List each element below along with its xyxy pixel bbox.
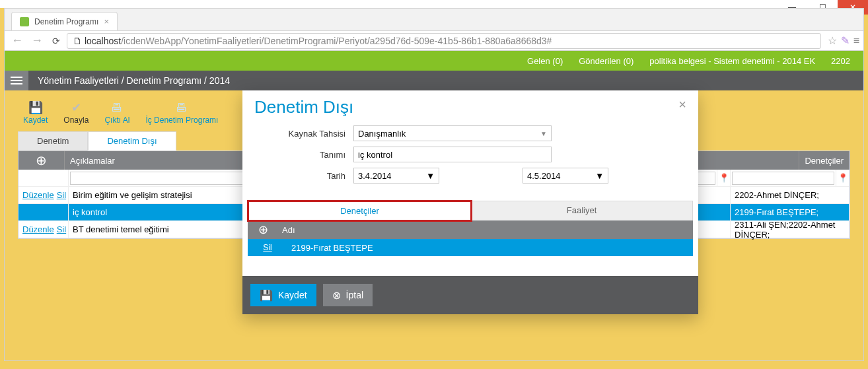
- cancel-icon: ⊗: [332, 289, 341, 302]
- page-content: Gelen (0) Gönderilen (0) politika belges…: [5, 51, 863, 360]
- row-denetciler: 2199-Fırat BEŞTEPE;: [731, 204, 850, 220]
- print-icon: 🖶: [174, 101, 190, 114]
- save-icon: 💾: [260, 289, 273, 302]
- modal-title: Denetim Dışı: [254, 97, 353, 117]
- nav-forward-icon[interactable]: →: [28, 34, 46, 48]
- modal-tab-denetciler[interactable]: Denetçiler: [247, 200, 472, 222]
- row-denetciler: 2202-Ahmet DİNÇER;: [731, 187, 850, 203]
- window-titlebar: — ☐ ✕: [0, 0, 868, 8]
- nav-back-icon[interactable]: ←: [9, 34, 26, 48]
- check-icon: ✔: [68, 101, 84, 114]
- tab-favicon: [20, 17, 29, 26]
- modal-grid-header: ⊕ Adı: [248, 220, 693, 239]
- browser-menu-icon[interactable]: ≡: [853, 35, 859, 47]
- grid-add-icon[interactable]: ⊕: [18, 151, 65, 170]
- chevron-down-icon: ▼: [426, 171, 435, 181]
- label-tanim: Tanımı: [254, 150, 353, 160]
- url-host: localhost: [85, 36, 121, 46]
- input-tanim[interactable]: [353, 147, 552, 162]
- modal-grid-col-name: Adı: [278, 225, 693, 235]
- modal-close-icon[interactable]: ×: [678, 97, 686, 112]
- chevron-down-icon: ▼: [595, 171, 604, 181]
- browser-toolbar: ← → ⟳ 🗋 localhost /icdenWebApp/YonetimFa…: [5, 31, 863, 51]
- print-icon: 🖶: [109, 101, 125, 114]
- browser-tab[interactable]: Denetim Programı ×: [11, 12, 118, 30]
- modal-denetim-disi: Denetim Dışı × Kaynak Tahsisi Danışmanlı…: [242, 90, 698, 314]
- filter-denetciler-input[interactable]: [732, 172, 834, 185]
- label-tarih: Tarih: [254, 171, 353, 181]
- url-path: /icdenWebApp/YonetimFaaliyetleri/Denetim…: [121, 36, 552, 46]
- modal-tab-faaliyet[interactable]: Faaliyet: [471, 201, 692, 220]
- nav-reload-icon[interactable]: ⟳: [48, 36, 64, 46]
- browser-window: Denetim Programı × ← → ⟳ 🗋 localhost /ic…: [4, 8, 864, 361]
- bookmark-star-icon[interactable]: ☆: [828, 34, 837, 47]
- chevron-down-icon: ▼: [540, 130, 547, 137]
- row-delete-link[interactable]: Sil: [57, 224, 66, 234]
- save-button[interactable]: 💾Kaydet: [23, 101, 48, 125]
- top-green-bar: Gelen (0) Gönderilen (0) politika belges…: [5, 51, 863, 71]
- modal-footer: 💾Kaydet ⊗İptal: [242, 276, 698, 314]
- menu-burger-icon[interactable]: [5, 71, 28, 90]
- address-bar[interactable]: 🗋 localhost /icdenWebApp/YonetimFaaliyet…: [67, 33, 821, 49]
- user-code: 2202: [831, 56, 850, 66]
- sent-link[interactable]: Gönderilen (0): [579, 56, 633, 66]
- date-start[interactable]: 3.4.2014▼: [353, 168, 439, 184]
- tab-denetim[interactable]: Denetim: [18, 131, 88, 151]
- tab-title: Denetim Programı: [34, 17, 98, 26]
- modal-row-delete-link[interactable]: Sil: [248, 243, 287, 252]
- tab-close-icon[interactable]: ×: [104, 17, 109, 26]
- modal-tabs: Denetçiler Faaliyet: [248, 201, 693, 220]
- grid-col-denetciler[interactable]: Denetçiler: [799, 151, 850, 170]
- filter-pin-icon[interactable]: 📍: [836, 170, 850, 186]
- save-icon: 💾: [28, 101, 44, 114]
- row-delete-link[interactable]: Sil: [57, 190, 66, 200]
- internal-audit-button[interactable]: 🖶İç Denetim Programı: [145, 101, 218, 125]
- document-link[interactable]: politika belgesi - Sistem denetimi - 201…: [649, 56, 815, 66]
- approve-button[interactable]: ✔Onayla: [63, 101, 89, 125]
- modal-row-name: 2199-Fırat BEŞTEPE: [287, 243, 693, 253]
- inbox-link[interactable]: Gelen (0): [527, 56, 563, 66]
- modal-grid-add-icon[interactable]: ⊕: [248, 222, 278, 237]
- tab-denetim-disi[interactable]: Denetim Dışı: [88, 131, 176, 151]
- select-kaynak[interactable]: Danışmanlık▼: [353, 125, 552, 141]
- print-button[interactable]: 🖶Çıktı Al: [104, 101, 129, 125]
- extension-icon[interactable]: ✎: [841, 34, 850, 47]
- breadcrumb-bar: Yönetim Faaliyetleri / Denetim Programı …: [5, 71, 863, 90]
- row-denetciler: 2311-Ali ŞEN;2202-Ahmet DİNÇER;: [731, 221, 850, 238]
- row-edit-link[interactable]: Düzenle: [22, 190, 54, 200]
- modal-cancel-button[interactable]: ⊗İptal: [323, 284, 373, 306]
- row-edit-link[interactable]: Düzenle: [22, 224, 54, 234]
- modal-save-button[interactable]: 💾Kaydet: [250, 284, 316, 306]
- filter-pin-icon[interactable]: 📍: [717, 170, 731, 186]
- modal-grid-row[interactable]: Sil 2199-Fırat BEŞTEPE: [248, 239, 693, 256]
- browser-tabstrip: Denetim Programı ×: [5, 9, 863, 31]
- date-end[interactable]: 4.5.2014▼: [523, 168, 608, 184]
- breadcrumb: Yönetim Faaliyetleri / Denetim Programı …: [28, 75, 230, 86]
- label-kaynak: Kaynak Tahsisi: [254, 129, 353, 139]
